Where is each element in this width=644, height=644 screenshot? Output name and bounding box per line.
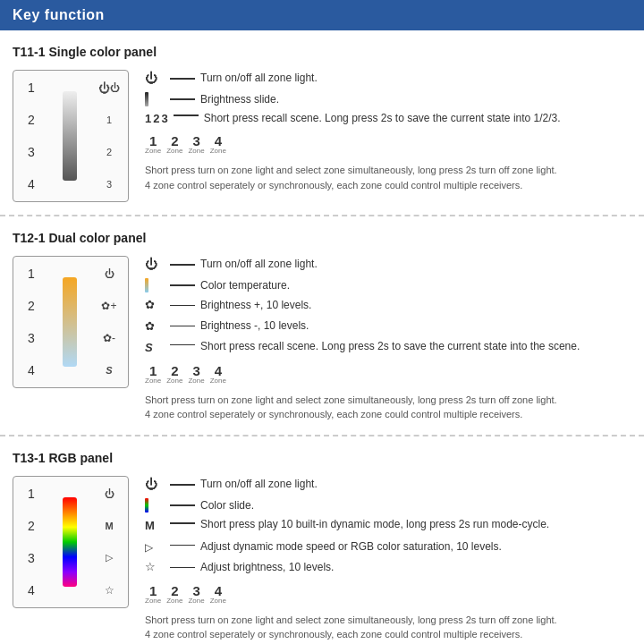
section-title-t11: T11-1 Single color panel (13, 45, 631, 59)
zone-num-3-t13: 3 Zone (188, 584, 204, 605)
power-icon-t12: ⏻ (145, 256, 165, 274)
line-brightness-t11 (170, 98, 195, 100)
section-title-t12: T12-1 Dual color panel (13, 231, 631, 245)
desc-text-power-t13: Turn on/off all zone light. (200, 477, 631, 492)
line-s-t12 (170, 344, 195, 346)
line-speed-t13 (170, 545, 195, 547)
zone-num-3-t12: 3 Zone (188, 364, 204, 385)
panel-btn-power-t13[interactable]: ⏻ (99, 484, 119, 504)
desc-row-zones-t13: 1 Zone 2 Zone 3 Zone 4 Zone (145, 582, 631, 605)
panel-btn-bright-t13[interactable]: ☆ (99, 580, 119, 600)
desc-text-color-t12: Color temperature. (200, 278, 631, 293)
panel-zone-3-t12: 3 (22, 331, 40, 345)
desc-row-scene-t11: 1 2 3 Short press recall scene. Long pre… (145, 111, 631, 126)
line-power-t11 (170, 78, 195, 80)
desc-row-brplus-t12: ✿ Brightness +, 10 levels. (145, 297, 631, 313)
zone-num-2-t13: 2 Zone (166, 584, 182, 605)
scene-icon-t11: 1 2 3 (145, 111, 168, 124)
zone-num-1-t12: 1 Zone (145, 364, 161, 385)
line-brplus-t12 (170, 305, 195, 307)
m-icon-t13: M (145, 517, 165, 534)
line-power-t12 (170, 264, 195, 266)
sun-plus-icon-t12: ✿ (145, 297, 165, 313)
zone-num-4-t13: 4 Zone (210, 584, 226, 605)
desc-row-brminus-t12: ✿ Brightness -, 10 levels. (145, 318, 631, 335)
desc-row-speed-t13: ▷ Adjust dynamic mode speed or RGB color… (145, 539, 631, 555)
power-icon-t11: ⏻ (145, 70, 165, 88)
desc-row-zones-t11: 1 Zone 2 Zone 3 Zone 4 Zone (145, 132, 631, 155)
desc-row-bright-t13: ☆ Adjust brightness, 10 levels. (145, 559, 631, 575)
line-power-t13 (170, 484, 195, 486)
panel-zone-3: 3 (22, 145, 40, 159)
section-body-t13: 1 2 3 4 ⏻ M ▷ ☆ ⏻ Turn on/off all zone l… (13, 476, 631, 642)
panel-btn-1-t11[interactable]: 1 (99, 110, 119, 130)
desc-row-power-t13: ⏻ Turn on/off all zone light. (145, 476, 631, 494)
zone-num-3: 3 Zone (188, 134, 204, 155)
panel-zones-t13: 1 2 3 4 (22, 484, 40, 600)
panel-btn-s-t12[interactable]: S (99, 360, 119, 380)
desc-row-zones-t12: 1 Zone 2 Zone 3 Zone 4 Zone (145, 362, 631, 385)
panel-btn-3-t11[interactable]: 3 (99, 174, 119, 194)
panel-btn-play-t13[interactable]: ▷ (99, 548, 119, 568)
sun-minus-icon-t12: ✿ (145, 318, 165, 335)
desc-t12: ⏻ Turn on/off all zone light. Color temp… (145, 256, 631, 422)
color-bar-icon-t12 (145, 278, 165, 292)
panel-zone-4-t13: 4 (22, 583, 40, 597)
desc-text-power-t11: Turn on/off all zone light. (200, 71, 631, 86)
zone-num-2-t12: 2 Zone (166, 364, 182, 385)
panel-slider-t12 (49, 264, 90, 380)
header-title: Key function (13, 7, 105, 22)
zone-nums-t11: 1 Zone 2 Zone 3 Zone 4 Zone (145, 134, 226, 155)
panel-btn-power-t12[interactable]: ⏻ (99, 264, 119, 284)
panel-btn-sunup-t12[interactable]: ✿+ (99, 296, 119, 316)
panel-t11: 1 2 3 4 ⏻ 1 2 3 (13, 70, 129, 202)
desc-t13: ⏻ Turn on/off all zone light. Color slid… (145, 476, 631, 642)
desc-text-s-t12: Short press recall scene. Long press 2s … (200, 339, 631, 354)
panel-buttons-t13: ⏻ M ▷ ☆ (99, 484, 119, 600)
panel-zone-2-t12: 2 (22, 299, 40, 313)
slider-gray (63, 91, 77, 181)
brightness-bar-icon-t11 (145, 92, 165, 106)
desc-text-m-t13: Short press play 10 built-in dynamic mod… (200, 517, 631, 532)
panel-slider-t11 (49, 78, 90, 194)
bright-icon-t13: ☆ (145, 559, 165, 575)
panel-btn-2-t11[interactable]: 2 (99, 142, 119, 162)
panel-zone-4: 4 (22, 177, 40, 191)
zone-num-4: 4 Zone (210, 134, 226, 155)
panel-t12: 1 2 3 4 ⏻ ✿+ ✿- S (13, 256, 129, 388)
power-icon-t13: ⏻ (145, 476, 165, 494)
speed-icon-t13: ▷ (145, 539, 165, 555)
desc-t11: ⏻ Turn on/off all zone light. Brightness… (145, 70, 631, 192)
line-rgb-t13 (170, 504, 195, 506)
s-icon-t12: S (145, 339, 165, 356)
panel-btn-m-t13[interactable]: M (99, 516, 119, 536)
desc-row-s-t12: S Short press recall scene. Long press 2… (145, 339, 631, 356)
panel-zone-2-t13: 2 (22, 519, 40, 533)
section-t13: T13-1 RGB panel 1 2 3 4 ⏻ M ▷ ☆ ⏻ (0, 436, 644, 644)
panel-zone-1-t13: 1 (22, 487, 40, 501)
desc-row-brightness-t11: Brightness slide. (145, 92, 631, 107)
desc-text-bright-t13: Adjust brightness, 10 levels. (200, 560, 631, 575)
desc-text-rgb-t13: Color slide. (200, 498, 631, 513)
line-scene-t11 (174, 114, 199, 116)
panel-zone-2: 2 (22, 113, 40, 127)
panel-btn-sundown-t12[interactable]: ✿- (99, 328, 119, 348)
panel-slider-t13 (49, 484, 90, 600)
zone-num-1: 1 Zone (145, 134, 161, 155)
zone-num-2: 2 Zone (166, 134, 182, 155)
section-t11: T11-1 Single color panel 1 2 3 4 ⏻ 1 2 3… (0, 30, 644, 216)
panel-zone-3-t13: 3 (22, 551, 40, 565)
zone-nums-t12: 1 Zone 2 Zone 3 Zone 4 Zone (145, 364, 226, 385)
panel-t13: 1 2 3 4 ⏻ M ▷ ☆ (13, 476, 129, 608)
desc-row-color-t12: Color temperature. (145, 278, 631, 293)
line-color-t12 (170, 284, 195, 286)
line-bright-t13 (170, 567, 195, 569)
section-title-t13: T13-1 RGB panel (13, 451, 631, 465)
desc-text-power-t12: Turn on/off all zone light. (200, 257, 631, 272)
desc-row-power-t12: ⏻ Turn on/off all zone light. (145, 256, 631, 274)
desc-row-m-t13: M Short press play 10 built-in dynamic m… (145, 517, 631, 534)
desc-text-speed-t13: Adjust dynamic mode speed or RGB color s… (200, 539, 631, 555)
panel-btn-power-t11[interactable]: ⏻ (99, 78, 119, 97)
zone-num-4-t12: 4 Zone (210, 364, 226, 385)
desc-row-rgb-t13: Color slide. (145, 498, 631, 513)
